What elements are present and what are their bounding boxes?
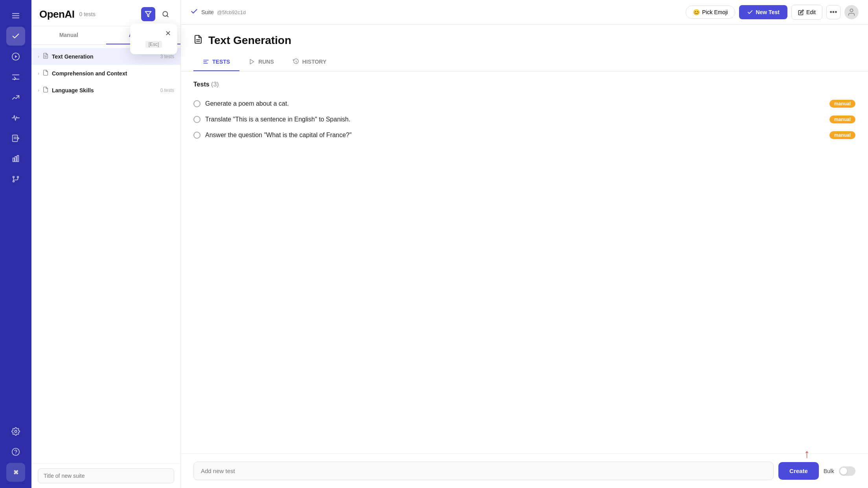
nav-pulse-icon[interactable] xyxy=(6,108,25,127)
test-item-1: Generate a poem about a cat. manual xyxy=(193,96,855,112)
tab-history-label: HISTORY xyxy=(302,59,326,65)
bulk-toggle[interactable] xyxy=(839,466,855,476)
nav-settings-icon[interactable] xyxy=(6,422,25,441)
test-label-3: Answer the question "What is the capital… xyxy=(205,132,825,139)
emoji-icon: 😊 xyxy=(693,9,700,15)
suite-count-3: 0 tests xyxy=(160,88,174,93)
new-test-label: New Test xyxy=(756,9,779,15)
test-radio-2[interactable] xyxy=(193,116,200,123)
add-test-input[interactable] xyxy=(193,462,774,480)
tab-runs-label: RUNS xyxy=(258,59,274,65)
suite-icon-1 xyxy=(42,53,49,60)
nav-play-icon[interactable] xyxy=(6,47,25,66)
user-avatar xyxy=(844,5,859,19)
test-tag-1: manual xyxy=(829,100,855,108)
red-arrow-annotation: ↑ xyxy=(804,447,810,460)
sidebar-header-actions xyxy=(141,7,173,21)
bulk-label: Bulk xyxy=(824,468,834,474)
svg-marker-4 xyxy=(15,55,17,58)
search-button[interactable] xyxy=(158,7,173,21)
more-button[interactable]: ••• xyxy=(826,5,840,19)
test-tag-3: manual xyxy=(829,131,855,139)
suite-header-icon xyxy=(193,35,203,46)
test-radio-1[interactable] xyxy=(193,100,200,107)
svg-rect-8 xyxy=(13,158,15,161)
svg-marker-28 xyxy=(250,59,254,64)
test-radio-3[interactable] xyxy=(193,132,200,139)
chevron-icon-1: › xyxy=(38,54,39,59)
suite-label: Suite xyxy=(201,9,214,15)
svg-point-14 xyxy=(15,430,17,433)
tab-history[interactable]: HISTORY xyxy=(283,53,336,71)
more-icon: ••• xyxy=(830,8,837,17)
filter-popup: ✕ [Esc] xyxy=(130,24,177,54)
test-label-2: Translate "This is a sentence in English… xyxy=(205,116,825,123)
tests-heading: Tests (3) xyxy=(193,81,855,88)
chevron-icon-2: › xyxy=(38,71,39,76)
suite-id: @5fcb92c1d xyxy=(217,9,246,15)
suite-count-1: 3 tests xyxy=(160,54,174,59)
svg-marker-17 xyxy=(145,11,151,17)
topbar: Suite @5fcb92c1d 😊 Pick Emoji New Test E… xyxy=(181,0,868,25)
new-suite-input[interactable] xyxy=(38,468,174,483)
suite-name-3: Language Skills xyxy=(52,87,157,94)
main-content: Suite @5fcb92c1d 😊 Pick Emoji New Test E… xyxy=(181,0,868,488)
sidebar: OpenAI 0 tests ✕ [Esc] Manual Automated … xyxy=(31,0,181,488)
nav-fork-icon[interactable] xyxy=(6,170,25,189)
nav-import-icon[interactable] xyxy=(6,129,25,148)
suite-title: Text Generation xyxy=(208,34,291,47)
suite-indicator: Suite @5fcb92c1d xyxy=(190,7,246,17)
edit-button[interactable]: Edit xyxy=(791,5,822,20)
nav-list-icon[interactable] xyxy=(6,68,25,86)
content-tabs: TESTS RUNS HISTORY xyxy=(181,53,868,72)
app-title: OpenAI xyxy=(39,8,74,20)
tests-count: 0 tests xyxy=(79,11,95,17)
nav-barchart-icon[interactable] xyxy=(6,149,25,168)
new-test-button[interactable]: New Test xyxy=(739,5,787,19)
suite-icon-3 xyxy=(42,86,49,94)
suite-list: › Text Generation 3 tests › Comprehensio… xyxy=(31,45,180,463)
chevron-icon-3: › xyxy=(38,88,39,93)
nav-trend-icon[interactable] xyxy=(6,88,25,107)
nav-keyboard-icon[interactable]: ⌘ xyxy=(6,463,25,482)
edit-label: Edit xyxy=(806,9,816,15)
sidebar-header: OpenAI 0 tests xyxy=(31,0,180,26)
topbar-actions: 😊 Pick Emoji New Test Edit ••• xyxy=(686,5,859,20)
suite-check-icon xyxy=(190,7,198,17)
filter-popup-esc: [Esc] xyxy=(145,41,162,48)
tab-runs[interactable]: RUNS xyxy=(239,53,283,71)
pick-emoji-button[interactable]: 😊 Pick Emoji xyxy=(686,6,735,19)
test-item-3: Answer the question "What is the capital… xyxy=(193,127,855,143)
suite-name-2: Comprehension and Context xyxy=(52,70,174,77)
svg-rect-9 xyxy=(15,157,17,162)
tests-area: Tests (3) Generate a poem about a cat. m… xyxy=(181,72,868,453)
new-suite-input-wrap xyxy=(31,463,180,488)
test-item-2: Translate "This is a sentence in English… xyxy=(193,112,855,127)
tab-tests[interactable]: TESTS xyxy=(193,53,239,71)
bottom-input-area: Create Bulk ↑ xyxy=(181,453,868,488)
svg-rect-10 xyxy=(17,156,19,162)
suite-header: Text Generation xyxy=(181,25,868,47)
test-label-1: Generate a poem about a cat. xyxy=(205,100,825,107)
tab-tests-label: TESTS xyxy=(212,59,230,65)
pick-emoji-label: Pick Emoji xyxy=(702,9,728,15)
tests-label: Tests xyxy=(193,81,210,88)
create-button[interactable]: Create xyxy=(778,462,819,480)
suite-icon-2 xyxy=(42,70,49,77)
nav-rail: ⌘ xyxy=(0,0,31,488)
nav-help-icon[interactable] xyxy=(6,442,25,461)
svg-line-19 xyxy=(167,15,168,17)
nav-menu-icon[interactable] xyxy=(6,6,25,25)
suite-item-language[interactable]: › Language Skills 0 tests xyxy=(31,82,180,99)
test-tag-2: manual xyxy=(829,116,855,123)
filter-popup-close[interactable]: ✕ xyxy=(165,30,171,37)
suite-item-comprehension[interactable]: › Comprehension and Context xyxy=(31,65,180,82)
svg-point-22 xyxy=(850,9,853,12)
nav-check-icon[interactable] xyxy=(6,27,25,46)
tab-manual[interactable]: Manual xyxy=(31,26,106,44)
tests-count-badge: (3) xyxy=(211,81,219,88)
filter-button[interactable] xyxy=(141,7,155,21)
